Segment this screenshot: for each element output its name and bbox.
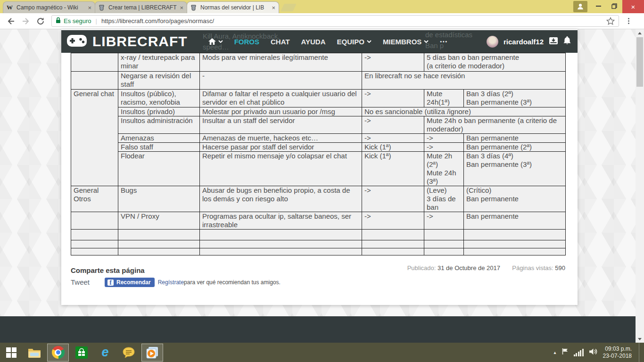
store-button[interactable]: [71, 344, 92, 362]
omnibox-separator: |: [96, 17, 97, 25]
user-avatar[interactable]: [487, 36, 498, 48]
tweet-button[interactable]: Tweet: [71, 278, 90, 286]
table-cell: Ban 3 días (2ª) Ban permanente (3ª): [464, 90, 566, 107]
table-row: AmenazasAmenazas de muerte, hackeos etc……: [71, 134, 566, 143]
table-cell: [71, 212, 118, 230]
chrome-button[interactable]: [47, 344, 69, 362]
rules-table: x-ray / texturepack para minarMods para …: [71, 53, 566, 255]
tab-title: Campo magnético - Wiki: [17, 4, 85, 11]
show-desktop-button[interactable]: [639, 343, 641, 362]
volume-speaker-icon[interactable]: [589, 348, 598, 357]
table-cell: [464, 230, 566, 240]
table-cell: [71, 248, 118, 255]
nav-item-miembros[interactable]: MIEMBROS: [383, 38, 429, 46]
inbox-tray-icon[interactable]: [549, 37, 558, 47]
action-center-flag-icon[interactable]: [561, 348, 569, 357]
nav-item-foros[interactable]: FOROS: [234, 38, 259, 46]
page-meta: Publicado: 31 de Octubre de 2017 Páginas…: [407, 264, 565, 272]
rules-table-wrap: x-ray / texturepack para minarMods para …: [71, 53, 566, 255]
nav-item-ayuda[interactable]: AYUDA: [301, 38, 326, 46]
register-link[interactable]: Regístrate: [158, 279, 184, 286]
tab-close-icon[interactable]: ×: [88, 5, 91, 11]
browser-titlebar: W Campo magnético - Wiki × Crear tema | …: [0, 0, 644, 13]
speech-bubble-icon: [123, 347, 135, 358]
back-icon[interactable]: [7, 17, 15, 25]
table-cell: Kick (1ª): [362, 152, 424, 186]
table-cell: (Leve) 3 días de ban: [424, 186, 464, 212]
restore-button[interactable]: [606, 0, 622, 12]
tab-wikipedia[interactable]: W Campo magnético - Wiki ×: [3, 1, 95, 13]
tab-normas-active[interactable]: Normas del servidor | LIB ×: [187, 1, 279, 13]
tray-expand-icon[interactable]: ▴: [554, 350, 556, 355]
folder-icon: [28, 347, 41, 358]
new-tab-button[interactable]: [281, 4, 296, 11]
nav-item-chat[interactable]: CHAT: [271, 38, 290, 46]
reload-icon[interactable]: [37, 17, 45, 25]
chrome-icon: [52, 346, 65, 359]
table-cell: Insultar a un staff del servidor: [200, 116, 362, 134]
table-row: General chatInsultos (público), racismo,…: [71, 90, 566, 107]
table-cell: Ban permanente (2ª): [464, 143, 566, 152]
table-row: Negarse a revisión del staff-En librecra…: [71, 72, 566, 90]
bookmark-star-icon[interactable]: [606, 17, 615, 25]
network-signal-icon[interactable]: [574, 349, 584, 356]
user-zone: ricardoalf12: [487, 36, 571, 48]
views-value: 590: [555, 264, 565, 272]
start-button[interactable]: [0, 343, 23, 362]
taskbar-clock[interactable]: 09:03 p.m. 23-07-2018: [603, 346, 634, 360]
table-cell: Mute 24h o ban permanente (a criterio de…: [424, 116, 566, 134]
chevron-down-icon: [424, 40, 429, 43]
table-row: [71, 230, 566, 240]
table-cell: Ban 3 días (4ª) Ban permanente (3ª): [464, 152, 566, 186]
clock-date: 23-07-2018: [603, 353, 632, 360]
librecraft-favicon-icon: [190, 5, 198, 11]
table-cell: [71, 72, 118, 90]
table-cell: ->: [362, 134, 424, 143]
forward-icon[interactable]: [22, 17, 30, 25]
nav-item-equipo[interactable]: EQUIPO: [337, 38, 372, 46]
scroll-down-icon[interactable]: [636, 335, 644, 343]
tab-close-icon[interactable]: ×: [180, 5, 183, 11]
tab-title: Normas del servidor | LIB: [200, 4, 269, 11]
table-cell: Difamar o faltar el respeto a cualquier …: [200, 90, 362, 107]
table-row: x-ray / texturepack para minarMods para …: [71, 53, 566, 72]
table-cell: [71, 230, 118, 240]
page-scrollbar[interactable]: [636, 29, 644, 343]
table-cell: Insultos (público), racismo, xenofobia: [118, 90, 200, 107]
table-cell: Repetir el mismo mensaje y/o colapsar el…: [200, 152, 362, 186]
table-cell: Negarse a revisión del staff: [118, 72, 200, 90]
username[interactable]: ricardoalf12: [504, 38, 544, 46]
nav-items: FOROS CHAT AYUDA EQUIPO MIEMBROS •••: [208, 38, 448, 46]
table-cell: [71, 240, 118, 248]
browser-menu-kebab-icon[interactable]: [624, 18, 633, 24]
facebook-recommend-button[interactable]: f Recomendar: [105, 278, 155, 287]
close-button[interactable]: ×: [622, 0, 644, 13]
page-viewport: Kill Aura, Antiknockback, speed… de esta…: [0, 29, 644, 343]
notes-app-button[interactable]: [118, 344, 140, 362]
scroll-up-icon[interactable]: [636, 29, 644, 37]
scrollbar-thumb[interactable]: [636, 37, 643, 87]
tab-close-icon[interactable]: ×: [272, 5, 275, 11]
published-value: 31 de Octubre de 2017: [438, 264, 500, 272]
table-row: [71, 240, 566, 248]
table-cell: Falso staff: [118, 143, 200, 152]
address-bar[interactable]: Es seguro | https://librecraft.com/foro/…: [51, 15, 619, 27]
table-cell: ->: [362, 90, 424, 107]
nav-home[interactable]: [208, 38, 223, 45]
media-player-button[interactable]: [141, 344, 163, 362]
table-cell: [200, 248, 362, 255]
internet-explorer-button[interactable]: e: [94, 344, 116, 362]
profile-person-icon[interactable]: [573, 1, 587, 12]
table-cell: [464, 248, 566, 255]
url-text[interactable]: https://librecraft.com/foro/pages/normas…: [101, 17, 214, 25]
tab-crear-tema[interactable]: Crear tema | LIBRECRAFT ×: [95, 1, 187, 13]
site-logo[interactable]: LIBRECRAFT: [67, 33, 188, 49]
table-cell: [71, 53, 118, 72]
minimize-button[interactable]: [590, 0, 606, 12]
table-cell: [200, 240, 362, 248]
notifications-bell-icon[interactable]: [563, 36, 571, 47]
nav-more-button[interactable]: •••: [440, 39, 448, 44]
internet-explorer-icon: e: [101, 346, 108, 359]
file-explorer-button[interactable]: [24, 344, 45, 362]
facebook-button-label: Recomendar: [116, 279, 151, 286]
